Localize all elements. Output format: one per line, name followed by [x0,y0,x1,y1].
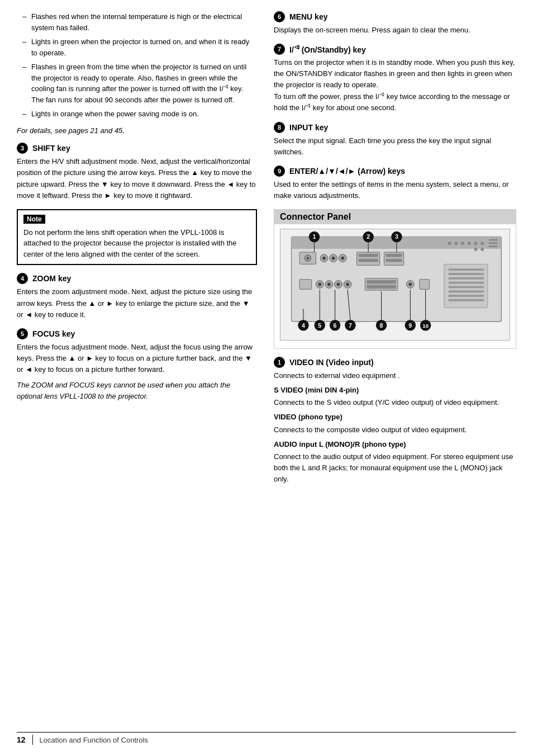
svg-point-30 [318,283,321,286]
bullet-item-4: Lights in orange when the power saving m… [22,108,257,120]
sub-title-video-phono: VIDEO (phono type) [274,412,516,423]
svg-point-4 [461,242,464,245]
svg-point-8 [474,248,478,251]
circle-num-5: 5 [17,328,28,339]
svg-rect-46 [449,277,484,280]
right-column: 6 MENU key Displays the on-screen menu. … [274,11,516,732]
svg-text:9: 9 [408,322,412,329]
circle-num-1-connector: 1 [274,357,285,368]
section-body-video-in: Connects to external video equipment . S… [274,370,516,485]
section-video-in: 1 VIDEO IN (Video input) Connects to ext… [274,357,516,485]
svg-rect-47 [449,282,484,284]
svg-rect-44 [449,268,484,271]
note-body: Do not perform the lens shift operation … [23,227,250,260]
svg-rect-23 [359,254,378,257]
svg-rect-10 [489,239,498,241]
svg-rect-11 [489,242,498,244]
page-label: Location and Function of Controls [40,736,148,744]
svg-rect-38 [367,280,396,284]
svg-point-9 [480,248,484,251]
svg-text:10: 10 [422,323,429,329]
svg-rect-45 [449,273,484,275]
section-title-focus: 5 FOCUS key [17,328,257,339]
svg-point-3 [454,242,458,245]
connector-panel-title: Connector Panel [274,210,516,224]
video-phono-body: Connects to the composite video output o… [274,424,516,436]
svg-text:5: 5 [318,322,321,329]
svg-text:4: 4 [302,322,305,329]
section-title-standby: 7 I/⏿ (On/Standby) key [274,44,516,55]
section-input: 8 INPUT key Select the input signal. Eac… [274,122,516,158]
svg-rect-24 [359,259,378,262]
section-title-enter: 9 ENTER/▲/▼/◄/► (Arrow) keys [274,166,516,177]
page-number: 12 [17,735,26,744]
sub-title-audio: AUDIO input L (MONO)/R (phono type) [274,439,516,450]
italic-note: For details, see pages 21 and 45. [17,125,257,136]
section-title-video-in: 1 VIDEO IN (Video input) [274,357,516,368]
circle-num-6: 6 [274,11,285,22]
svg-point-19 [332,257,335,260]
bullet-list: Flashes red when the internal temperatur… [22,11,257,120]
circle-num-7: 7 [274,44,285,55]
section-body-focus: Enters the focus adjustment mode. Next, … [17,342,257,375]
svg-text:6: 6 [334,322,337,329]
section-title-menu: 6 MENU key [274,11,516,22]
bullet-item-3: Flashes in green from the time when the … [22,62,257,105]
circle-num-8: 8 [274,122,285,133]
svg-point-6 [474,242,478,245]
section-body-menu: Displays the on-screen menu. Press again… [274,25,516,36]
section-body-enter: Used to enter the settings of items in t… [274,179,516,201]
svg-rect-27 [386,259,402,262]
svg-point-41 [408,283,412,286]
section-title-input: 8 INPUT key [274,122,516,133]
svg-point-15 [307,257,309,259]
svg-rect-49 [449,290,484,292]
section-menu: 6 MENU key Displays the on-screen menu. … [274,11,516,36]
svg-point-2 [448,242,451,245]
bullet-item-1: Flashes red when the internal temperatur… [22,11,257,33]
svg-point-34 [337,283,340,286]
svg-text:3: 3 [395,234,398,240]
circle-num-9: 9 [274,166,285,177]
svg-point-7 [480,242,484,245]
svg-rect-51 [449,299,484,301]
bottom-bar: 12 Location and Function of Controls [17,732,516,745]
svg-rect-50 [449,295,484,297]
svg-rect-39 [367,285,396,289]
bullet-item-2: Lights in green when the projector is tu… [22,36,257,58]
section-standby: 7 I/⏿ (On/Standby) key Turns on the proj… [274,44,516,114]
section-title-zoom: 4 ZOOM key [17,273,257,284]
sub-title-svideo: S VIDEO (mini DIN 4-pin) [274,385,516,396]
svg-text:8: 8 [380,322,383,329]
section-body-zoom: Enters the zoom adjustment mode. Next, a… [17,286,257,320]
audio-body: Connect to the audio output of video equ… [274,451,516,485]
svideo-body: Connects to the S video output (Y/C vide… [274,397,516,408]
svg-point-21 [341,257,344,260]
section-body-input: Select the input signal. Each time you p… [274,135,516,158]
svg-text:2: 2 [367,234,370,240]
note-title: Note [23,215,45,224]
svg-point-17 [322,257,326,260]
page: Flashes red when the internal temperatur… [0,0,533,756]
section-shift: 3 SHIFT key Enters the H/V shift adjustm… [17,143,257,201]
svg-point-5 [468,242,471,245]
section-focus: 5 FOCUS key Enters the focus adjustment … [17,328,257,403]
svg-rect-42 [420,280,430,290]
connector-panel-svg: 1 2 3 4 5 [280,229,510,340]
connector-panel: Connector Panel [274,209,516,349]
section-title-shift: 3 SHIFT key [17,143,257,154]
svg-rect-28 [299,280,311,290]
svg-point-36 [346,283,349,286]
svg-rect-12 [489,245,498,247]
section-enter: 9 ENTER/▲/▼/◄/► (Arrow) keys Used to ent… [274,166,516,201]
svg-text:7: 7 [349,322,352,329]
section-body-shift: Enters the H/V shift adjustment mode. Ne… [17,156,257,201]
svg-point-32 [327,283,331,286]
circle-num-3: 3 [17,143,28,154]
svg-text:1: 1 [313,234,316,240]
note-box: Note Do not perform the lens shift opera… [17,209,257,266]
section-body-focus-italic: The ZOOM and FOCUS keys cannot be used w… [17,380,257,402]
circle-num-4: 4 [17,273,28,284]
section-body-standby: Turns on the projector when it is in sta… [274,57,516,114]
section-zoom: 4 ZOOM key Enters the zoom adjustment mo… [17,273,257,320]
